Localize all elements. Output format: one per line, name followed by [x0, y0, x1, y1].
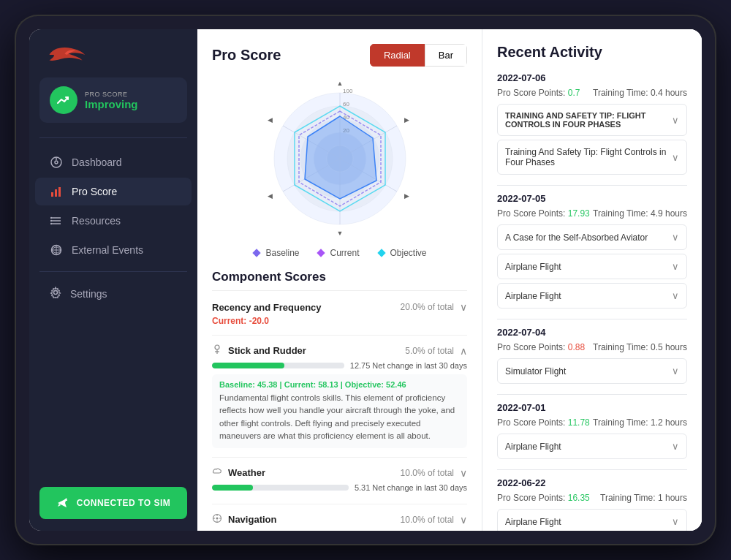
- resources-label: Resources: [72, 215, 121, 227]
- activity-item-2-0[interactable]: Simulator Flight ∨: [497, 358, 687, 384]
- stick-rudder-score-item: Stick and Rudder 5.0% of total ∧ 12.: [212, 344, 467, 458]
- activity-group-3: 2022-07-01 Pro Score Points: 11.78 Train…: [497, 402, 687, 459]
- radial-btn[interactable]: Radial: [370, 44, 425, 67]
- recent-activity-panel: Recent Activity 2022-07-06 Pro Score Poi…: [482, 29, 702, 531]
- activity-item-title-3-0: Airplane Flight: [505, 442, 672, 452]
- chart-icon: [56, 93, 71, 107]
- weather-header[interactable]: Weather 10.0% of total ∨: [212, 466, 467, 479]
- activity-item-title-4-0: Airplane Flight: [505, 517, 672, 527]
- settings-icon: [50, 287, 61, 300]
- weather-pct: 10.0% of total: [401, 468, 454, 478]
- recency-current-value: Current: -20.0: [212, 316, 467, 326]
- legend-baseline: Baseline: [252, 248, 299, 258]
- score-val-3: 11.78: [568, 417, 590, 428]
- activity-score-row-0: Pro Score Points: 0.7 Training Time: 0.4…: [497, 88, 687, 98]
- activity-group-2: 2022-07-04 Pro Score Points: 0.88 Traini…: [497, 327, 687, 384]
- pro-score-nav-label: Pro Score: [72, 186, 117, 197]
- external-events-label: External Events: [72, 244, 143, 256]
- recency-score-item: Recency and Frequency 20.0% of total ∨ C…: [212, 301, 467, 336]
- score-val-2: 0.88: [568, 342, 585, 352]
- bar-btn[interactable]: Bar: [425, 44, 467, 67]
- activity-item-title-1-0: A Case for the Self-Absorbed Aviator: [505, 232, 672, 243]
- weather-bar-bg: [212, 485, 349, 491]
- sidebar-item-external-events[interactable]: External Events: [35, 236, 192, 264]
- stick-rudder-bar-row: 12.75 Net change in last 30 days: [212, 361, 467, 370]
- navigation-header[interactable]: Navigation 10.0% of total ∨: [212, 513, 467, 526]
- pro-score-label: PRO SCORE: [85, 91, 138, 98]
- weather-chevron[interactable]: ∨: [460, 467, 467, 479]
- radar-chart-container: 100 60 40 20 ▲ ▶: [212, 78, 467, 239]
- radar-legend: Baseline Current Objective: [212, 248, 467, 258]
- activity-divider-3: [497, 394, 687, 395]
- baseline-diamond-icon: [252, 249, 261, 257]
- activity-date-2: 2022-07-04: [497, 327, 687, 338]
- activity-item-4-0[interactable]: Airplane Flight ∨: [497, 509, 687, 531]
- score-val-1: 17.93: [568, 208, 590, 219]
- activity-date-0: 2022-07-06: [497, 72, 687, 83]
- sidebar-divider-1: [39, 137, 187, 138]
- current-diamond-icon: [317, 249, 325, 257]
- connected-to-sim-button[interactable]: CONNECTED TO SIM: [39, 487, 187, 519]
- activity-item-chevron-2-0: ∨: [672, 366, 679, 377]
- stick-rudder-chevron[interactable]: ∧: [460, 345, 467, 357]
- activity-date-3: 2022-07-01: [497, 402, 687, 413]
- svg-text:100: 100: [343, 88, 353, 94]
- weather-bar-fill: [212, 485, 253, 491]
- stick-rudder-icon: [212, 344, 222, 357]
- svg-text:▲: ▲: [336, 80, 343, 87]
- objective-diamond-icon: [377, 249, 386, 257]
- pro-score-status: Improving: [85, 98, 138, 110]
- content-split: Pro Score Radial Bar: [197, 29, 702, 531]
- svg-point-11: [50, 223, 52, 224]
- logo-area: [29, 29, 197, 77]
- activity-group-1: 2022-07-05 Pro Score Points: 17.93 Train…: [497, 193, 687, 309]
- sidebar-item-settings[interactable]: Settings: [35, 279, 192, 308]
- activity-item-1-2[interactable]: Airplane Flight ∨: [497, 283, 687, 309]
- svg-point-47: [216, 518, 219, 520]
- recency-header[interactable]: Recency and Frequency 20.0% of total ∨: [212, 301, 467, 313]
- pro-score-card[interactable]: PRO SCORE Improving: [39, 77, 187, 123]
- activity-item-chevron-0-1: ∨: [672, 152, 679, 163]
- activity-item-0-0[interactable]: TRAINING AND SAFETY TIP: FLIGHT CONTROLS…: [497, 104, 687, 136]
- legend-current: Current: [317, 248, 359, 258]
- activity-item-1-1[interactable]: Airplane Flight ∨: [497, 254, 687, 279]
- sidebar-item-pro-score[interactable]: Pro Score: [35, 178, 192, 205]
- sidebar-item-resources[interactable]: Resources: [35, 207, 192, 235]
- activity-item-chevron-3-0: ∨: [672, 441, 679, 452]
- weather-bar-row: 5.31 Net change in last 30 days: [212, 483, 467, 492]
- legend-objective: Objective: [377, 248, 427, 258]
- sidebar-item-dashboard[interactable]: Dashboard: [35, 148, 192, 176]
- activity-item-3-0[interactable]: Airplane Flight ∨: [497, 434, 687, 459]
- pro-score-icon: [50, 86, 77, 114]
- activity-score-row-2: Pro Score Points: 0.88 Training Time: 0.…: [497, 342, 687, 352]
- svg-text:▼: ▼: [336, 230, 343, 237]
- navigation-pct: 10.0% of total: [401, 515, 454, 525]
- activity-item-1-0[interactable]: A Case for the Self-Absorbed Aviator ∨: [497, 224, 687, 250]
- svg-text:◀: ◀: [268, 192, 273, 200]
- activity-divider-4: [497, 469, 687, 470]
- svg-rect-5: [58, 187, 61, 197]
- navigation-name: Navigation: [228, 514, 276, 525]
- svg-point-1: [55, 161, 58, 164]
- activity-group-4: 2022-06-22 Pro Score Points: 16.35 Train…: [497, 477, 687, 531]
- sidebar-nav: Dashboard Pro Score: [29, 147, 197, 265]
- activity-item-0-1[interactable]: Training And Safety Tip: Flight Controls…: [497, 140, 687, 175]
- stick-rudder-header[interactable]: Stick and Rudder 5.0% of total ∧: [212, 344, 467, 357]
- dashboard-label: Dashboard: [72, 156, 122, 168]
- svg-point-43: [215, 345, 219, 349]
- svg-rect-4: [55, 189, 57, 197]
- pro-score-text: PRO SCORE Improving: [85, 91, 138, 110]
- connected-label: CONNECTED TO SIM: [77, 498, 170, 508]
- stick-rudder-pct: 5.0% of total: [405, 346, 454, 356]
- navigation-net-change: 6.75 Net change in last 30 days: [355, 530, 467, 531]
- navigation-chevron[interactable]: ∨: [460, 514, 467, 526]
- resources-icon: [50, 214, 63, 227]
- activity-score-row-3: Pro Score Points: 11.78 Training Time: 1…: [497, 417, 687, 428]
- recency-chevron[interactable]: ∨: [460, 301, 467, 313]
- external-events-icon: [50, 243, 63, 257]
- score-val-0: 0.7: [568, 88, 580, 98]
- svg-rect-42: [377, 249, 385, 257]
- stick-rudder-description: Fundamental flight controls skills. This…: [219, 392, 460, 442]
- activity-date-1: 2022-07-05: [497, 193, 687, 204]
- weather-score-item: Weather 10.0% of total ∨ 5.31 Net ch: [212, 466, 467, 504]
